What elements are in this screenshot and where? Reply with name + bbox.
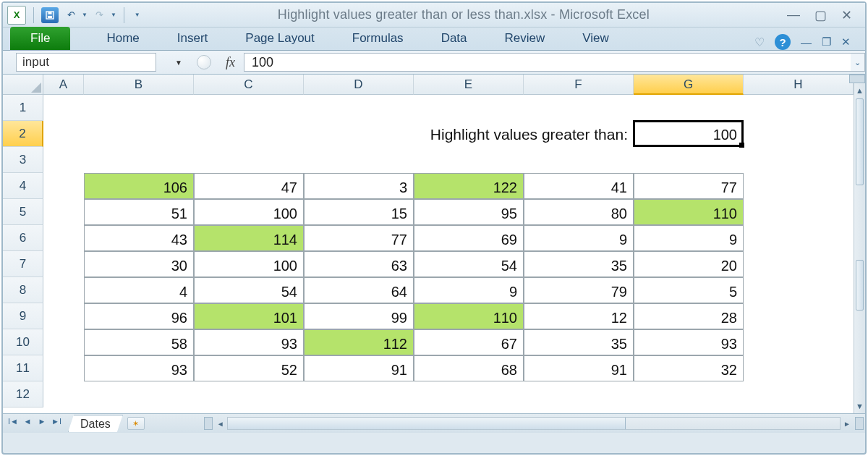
cell-C7[interactable]: 100 [194,251,304,277]
close-button[interactable]: ✕ [841,7,852,23]
tab-formulas[interactable]: Formulas [333,27,422,50]
cell-B8[interactable]: 4 [84,277,194,303]
cell-F8[interactable]: 79 [524,277,634,303]
column-header-A[interactable]: A [43,75,84,95]
file-tab[interactable]: File [10,27,70,50]
maximize-button[interactable]: ▢ [814,7,827,23]
column-header-E[interactable]: E [414,75,524,95]
name-box[interactable]: input [16,53,156,72]
cell-C11[interactable]: 52 [194,355,304,381]
tab-page-layout[interactable]: Page Layout [226,27,333,50]
save-button[interactable] [41,7,59,23]
cell-G6[interactable]: 9 [634,225,744,251]
cell-C10[interactable]: 93 [194,329,304,355]
split-handle-right[interactable] [855,417,864,430]
cell-G4[interactable]: 77 [634,173,744,199]
tab-insert[interactable]: Insert [158,27,227,50]
cell-D7[interactable]: 63 [304,251,414,277]
hscroll-thumb[interactable] [228,418,626,429]
cell-C5[interactable]: 100 [194,199,304,225]
cell-F11[interactable]: 91 [524,355,634,381]
minimize-button[interactable]: — [787,7,800,23]
vscroll-thumb[interactable] [856,98,864,185]
cell-C6[interactable]: 114 [194,225,304,251]
cell-E7[interactable]: 54 [414,251,524,277]
column-header-G[interactable]: G [634,75,744,95]
cell-E6[interactable]: 69 [414,225,524,251]
cell-F10[interactable]: 35 [524,329,634,355]
cell-F5[interactable]: 80 [524,199,634,225]
cell-D8[interactable]: 64 [304,277,414,303]
undo-dropdown-icon[interactable]: ▼ [82,12,88,18]
cell-F6[interactable]: 9 [524,225,634,251]
sheet-prev-icon[interactable]: ◄ [20,417,35,430]
tab-review[interactable]: Review [486,27,564,50]
cell-B5[interactable]: 51 [84,199,194,225]
worksheet-grid[interactable]: 123456789101112 ABCDEFGH Highlight value… [3,75,865,413]
row-header-9[interactable]: 9 [3,303,43,329]
cell-B4[interactable]: 106 [84,173,194,199]
sheet-next-icon[interactable]: ► [35,417,49,430]
redo-dropdown-icon[interactable]: ▼ [111,12,116,18]
cell-G8[interactable]: 5 [634,277,744,303]
sheet-last-icon[interactable]: ►I [49,417,64,430]
scroll-right-icon[interactable]: ► [841,420,854,428]
horizontal-scrollbar[interactable]: ◄ ► [203,417,865,430]
cell-C4[interactable]: 47 [194,173,304,199]
cell-G2[interactable]: 100 [634,121,744,147]
sheet-first-icon[interactable]: I◄ [6,417,20,430]
cell-C8[interactable]: 54 [194,277,304,303]
column-header-H[interactable]: H [744,75,854,95]
column-header-C[interactable]: C [194,75,304,95]
cell-F7[interactable]: 35 [524,251,634,277]
row-header-8[interactable]: 8 [3,277,43,303]
column-header-F[interactable]: F [524,75,634,95]
column-header-D[interactable]: D [304,75,414,95]
scroll-down-icon[interactable]: ▼ [854,399,865,413]
cell-D4[interactable]: 3 [304,173,414,199]
tab-split-handle[interactable] [204,417,213,430]
cancel-formula-icon[interactable] [197,55,211,69]
doc-restore-button[interactable]: ❐ [822,35,831,48]
cell-E10[interactable]: 67 [414,329,524,355]
excel-logo-icon[interactable]: X [7,6,26,25]
row-header-12[interactable]: 12 [3,381,43,408]
row-header-11[interactable]: 11 [3,355,43,381]
cell-G11[interactable]: 32 [634,355,744,381]
row-header-5[interactable]: 5 [3,199,43,225]
row-header-4[interactable]: 4 [3,173,43,199]
cell-G5[interactable]: 110 [634,199,744,225]
scroll-up-icon[interactable]: ▲ [854,83,865,98]
sheet-tab-dates[interactable]: Dates [68,415,123,432]
cell-E5[interactable]: 95 [414,199,524,225]
row-header-2[interactable]: 2 [3,121,43,147]
name-box-dropdown-icon[interactable]: ▼ [175,59,182,67]
cell-D10[interactable]: 112 [304,329,414,355]
row-header-10[interactable]: 10 [3,329,43,355]
cell-B7[interactable]: 30 [84,251,194,277]
formula-input[interactable]: 100 [244,53,851,72]
cell-D9[interactable]: 99 [304,303,414,329]
cell-F9[interactable]: 12 [524,303,634,329]
cell-B6[interactable]: 43 [84,225,194,251]
row-headers[interactable]: 123456789101112 [3,95,43,408]
cell-B9[interactable]: 96 [84,303,194,329]
doc-minimize-button[interactable]: — [801,36,812,48]
cell-E11[interactable]: 68 [414,355,524,381]
doc-close-button[interactable]: ✕ [841,35,851,48]
select-all-corner[interactable] [3,75,43,95]
tab-data[interactable]: Data [422,27,486,50]
cell-F4[interactable]: 41 [524,173,634,199]
cell-D5[interactable]: 15 [304,199,414,225]
formula-bar-expand-icon[interactable]: ⌄ [851,53,865,72]
row-header-7[interactable]: 7 [3,251,43,277]
cell-E9[interactable]: 110 [414,303,524,329]
tab-view[interactable]: View [563,27,628,50]
help-icon[interactable]: ? [775,34,791,50]
cell-G10[interactable]: 93 [634,329,744,355]
cells-area[interactable]: Highlight values greater than:1001064731… [43,95,854,413]
row-header-6[interactable]: 6 [3,225,43,251]
cell-D11[interactable]: 91 [304,355,414,381]
cell-G9[interactable]: 28 [634,303,744,329]
scroll-left-icon[interactable]: ◄ [214,420,227,428]
